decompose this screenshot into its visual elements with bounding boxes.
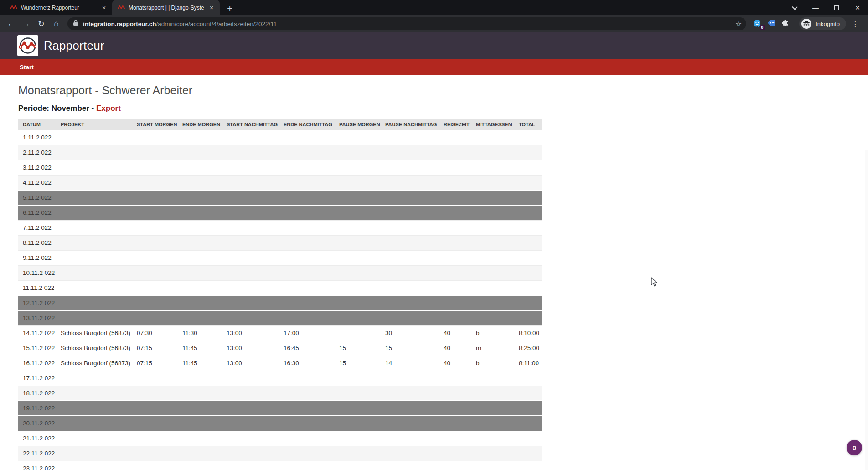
tab-wundernetz[interactable]: Wundernetz Rapporteur ✕ xyxy=(5,0,112,15)
close-window-button[interactable]: ✕ xyxy=(847,0,868,15)
export-link[interactable]: Export xyxy=(96,104,121,113)
cell-pause_morgen xyxy=(335,130,381,145)
ghostery-extension-button[interactable]: 0 xyxy=(753,19,763,29)
browser-toolbar: ← → ↻ ⌂ integration.rapporteur.ch/admin/… xyxy=(0,15,868,32)
cell-start_morgen xyxy=(132,190,178,205)
cell-reisezeit xyxy=(439,145,471,160)
cell-pause_nachmittag xyxy=(381,250,439,265)
table-row: 14.11.2 022Schloss Burgdorf (56873)07:30… xyxy=(18,325,542,341)
cell-pause_nachmittag xyxy=(381,461,439,470)
cell-ende_nachmittag xyxy=(279,280,335,295)
cell-ende_morgen: 11:30 xyxy=(178,325,222,341)
close-tab-icon[interactable]: ✕ xyxy=(100,4,108,11)
bookmark-star-icon[interactable]: ☆ xyxy=(735,20,742,28)
cell-ende_morgen xyxy=(178,130,222,145)
url-path: /admin/core/account/4/arbeitszeiten/2022… xyxy=(156,21,277,27)
cell-datum: 22.11.2 022 xyxy=(18,446,56,461)
forward-button[interactable]: → xyxy=(20,17,33,31)
table-row: 5.11.2 022 xyxy=(18,190,542,205)
cell-projekt xyxy=(56,431,132,446)
cell-start_nachmittag xyxy=(222,401,279,416)
table-row: 2.11.2 022 xyxy=(18,145,542,160)
cell-mittagessen xyxy=(471,416,514,431)
cell-start_morgen xyxy=(132,386,178,401)
cell-pause_morgen: 15 xyxy=(335,341,381,356)
rapporteur-favicon-icon xyxy=(118,4,125,12)
cell-pause_nachmittag xyxy=(381,235,439,250)
cell-projekt: Schloss Burgdorf (56873) xyxy=(56,341,132,356)
reload-button[interactable]: ↻ xyxy=(35,17,48,31)
cell-pause_nachmittag xyxy=(381,220,439,235)
cell-ende_morgen xyxy=(178,160,222,175)
cell-ende_nachmittag xyxy=(279,130,335,145)
cell-mittagessen xyxy=(471,160,514,175)
cell-pause_nachmittag xyxy=(381,295,439,310)
cell-reisezeit xyxy=(439,175,471,190)
extensions-puzzle-button[interactable] xyxy=(781,18,790,29)
cell-ende_nachmittag xyxy=(279,371,335,386)
cell-projekt xyxy=(56,250,132,265)
cell-start_morgen xyxy=(132,265,178,280)
cell-start_nachmittag xyxy=(222,235,279,250)
cell-start_morgen xyxy=(132,295,178,310)
cell-start_morgen: 07:15 xyxy=(132,356,178,371)
cell-pause_nachmittag: 14 xyxy=(381,356,439,371)
cell-pause_nachmittag: 30 xyxy=(381,325,439,341)
cell-total xyxy=(514,175,542,190)
cell-datum: 18.11.2 022 xyxy=(18,386,56,401)
window-controls: — ✕ xyxy=(784,0,868,15)
cell-datum: 1.11.2 022 xyxy=(18,130,56,145)
cell-start_nachmittag xyxy=(222,431,279,446)
cell-ende_nachmittag xyxy=(279,310,335,325)
main-nav-bar: Start xyxy=(0,59,868,75)
url-domain: integration.rapporteur.ch xyxy=(83,21,156,27)
browser-menu-button[interactable]: ⋮ xyxy=(851,20,862,28)
cell-mittagessen xyxy=(471,265,514,280)
tab-monatsrapport[interactable]: Monatsrapport | | Django-System ✕ xyxy=(112,0,220,15)
minimize-button[interactable]: — xyxy=(805,0,826,15)
table-row: 3.11.2 022 xyxy=(18,160,542,175)
cell-start_nachmittag xyxy=(222,461,279,470)
cell-pause_nachmittag xyxy=(381,386,439,401)
cell-total xyxy=(514,280,542,295)
cell-pause_nachmittag xyxy=(381,401,439,416)
tab-search-button[interactable] xyxy=(784,0,805,15)
cell-projekt xyxy=(56,295,132,310)
cell-start_nachmittag xyxy=(222,205,279,220)
cell-ende_morgen: 11:45 xyxy=(178,356,222,371)
cell-ende_morgen xyxy=(178,145,222,160)
address-bar[interactable]: integration.rapporteur.ch/admin/core/acc… xyxy=(67,17,746,30)
cell-start_nachmittag xyxy=(222,310,279,325)
back-button[interactable]: ← xyxy=(5,17,18,31)
brand-title: Rapporteur xyxy=(44,39,104,53)
cell-datum: 4.11.2 022 xyxy=(18,175,56,190)
cell-start_nachmittag: 13:00 xyxy=(222,356,279,371)
cell-start_morgen xyxy=(132,160,178,175)
cell-pause_morgen xyxy=(335,265,381,280)
restore-button[interactable] xyxy=(826,0,847,15)
close-tab-icon[interactable]: ✕ xyxy=(208,4,215,11)
table-row: 16.11.2 022Schloss Burgdorf (56873)07:15… xyxy=(18,356,542,371)
cell-total xyxy=(514,461,542,470)
tag-extension-button[interactable] xyxy=(767,19,776,29)
cell-pause_morgen xyxy=(335,250,381,265)
ghostery-counter-overlay[interactable]: 0 xyxy=(847,440,862,455)
cell-pause_morgen xyxy=(335,295,381,310)
nav-link-start[interactable]: Start xyxy=(20,64,34,71)
browser-window: Wundernetz Rapporteur ✕ Monatsrapport | … xyxy=(0,0,868,470)
cell-pause_morgen: 15 xyxy=(335,356,381,371)
cell-reisezeit: 40 xyxy=(439,356,471,371)
cell-mittagessen xyxy=(471,295,514,310)
cell-ende_nachmittag xyxy=(279,205,335,220)
cell-ende_morgen xyxy=(178,461,222,470)
cell-ende_morgen xyxy=(178,265,222,280)
new-tab-button[interactable]: + xyxy=(223,3,236,15)
page-scrollbar[interactable] xyxy=(865,150,868,470)
cell-pause_morgen xyxy=(335,461,381,470)
home-button[interactable]: ⌂ xyxy=(50,17,63,31)
cell-pause_nachmittag xyxy=(381,190,439,205)
incognito-profile-chip: Inkognito xyxy=(799,17,846,30)
cell-datum: 9.11.2 022 xyxy=(18,250,56,265)
cell-ende_nachmittag xyxy=(279,175,335,190)
cell-mittagessen xyxy=(471,461,514,470)
